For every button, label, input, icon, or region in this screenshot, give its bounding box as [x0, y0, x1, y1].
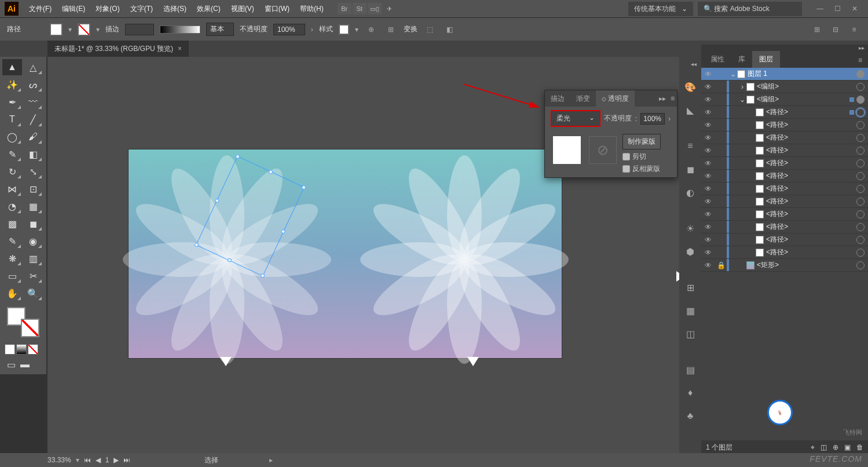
close-button[interactable]: ✕ — [846, 3, 863, 14]
target-icon[interactable] — [856, 108, 865, 116]
visibility-icon[interactable]: 👁 — [701, 236, 715, 244]
opacity-slider-icon[interactable]: › — [668, 115, 671, 123]
layer-row[interactable]: 👁 <路径> — [701, 234, 868, 246]
grid-icon[interactable]: ⊞ — [810, 23, 824, 37]
layer-row[interactable]: 👁 <路径> — [701, 195, 868, 208]
style-swatch[interactable] — [339, 24, 349, 35]
target-icon[interactable] — [856, 134, 865, 142]
target-icon[interactable] — [856, 70, 865, 78]
fill-swatch[interactable] — [50, 23, 63, 36]
make-clip-icon[interactable]: ◫ — [821, 443, 827, 451]
expand-icon[interactable]: ⌄ — [729, 70, 737, 78]
transform-panel-icon[interactable]: ▦ — [683, 303, 698, 318]
layer-row[interactable]: 👁 <路径> — [701, 208, 868, 221]
opacity-dropdown[interactable]: 100% — [273, 24, 305, 35]
layer-row[interactable]: 👁 🔒 <矩形> — [701, 259, 868, 272]
stock-search[interactable]: 🔍 搜索 Adobe Stock — [698, 2, 802, 16]
maximize-button[interactable]: ☐ — [829, 3, 846, 14]
target-icon[interactable] — [856, 147, 865, 155]
visibility-icon[interactable]: 👁 — [701, 198, 715, 206]
screen-mode-full[interactable]: ▬ — [19, 358, 31, 371]
mask-preview[interactable]: ⊘ — [589, 136, 617, 164]
target-icon[interactable] — [856, 198, 865, 206]
bridge-icon[interactable]: Br — [338, 3, 351, 14]
menu-view[interactable]: 视图(V) — [226, 2, 259, 16]
artboard-tool[interactable]: ▭ — [2, 268, 22, 284]
appearance-panel-icon[interactable]: ☀ — [683, 221, 698, 236]
blend-tool[interactable]: ◉ — [23, 233, 43, 249]
lock-icon[interactable]: 🔒 — [715, 261, 727, 269]
layer-row[interactable]: 👁 ⌄ 图层 1 — [701, 68, 868, 81]
profile-gradient[interactable] — [160, 25, 200, 34]
visibility-icon[interactable]: 👁 — [701, 83, 715, 91]
target-icon[interactable] — [856, 121, 865, 129]
panel-menu-icon[interactable]: ≡ — [855, 53, 866, 68]
align-panel-icon[interactable]: ⊞ — [683, 280, 698, 295]
gradient-tool[interactable]: ◼ — [23, 216, 43, 232]
visibility-icon[interactable]: 👁 — [701, 159, 715, 167]
menu-edit[interactable]: 编辑(E) — [57, 2, 90, 16]
menu-select[interactable]: 选择(S) — [159, 2, 191, 16]
target-icon[interactable] — [856, 185, 865, 193]
profile-dropdown[interactable]: 基本 — [206, 23, 234, 36]
width-tool[interactable]: ⋈ — [2, 181, 22, 197]
pen-tool[interactable]: ✒ — [2, 94, 22, 110]
visibility-icon[interactable]: 👁 — [701, 261, 715, 269]
visibility-icon[interactable]: 👁 — [701, 185, 715, 193]
nav-first-icon[interactable]: ⏮ — [84, 456, 91, 464]
layer-row[interactable]: 👁 ⌄ <编组> — [701, 93, 868, 106]
target-icon[interactable] — [856, 249, 865, 257]
color-mode-solid[interactable] — [5, 344, 15, 355]
opacity-input[interactable] — [640, 113, 665, 125]
curvature-tool[interactable]: 〰 — [23, 94, 43, 110]
graphic-styles-icon[interactable]: ⬢ — [683, 244, 698, 259]
visibility-icon[interactable]: 👁 — [701, 134, 715, 142]
target-icon[interactable] — [856, 223, 865, 231]
layer-row[interactable]: 👁 <路径> — [701, 132, 868, 144]
symbols-panel-icon[interactable]: ♦ — [683, 385, 698, 400]
locate-layer-icon[interactable]: ⌖ — [811, 443, 815, 451]
layer-row[interactable]: 👁 <路径> — [701, 246, 868, 259]
layer-row[interactable]: 👁 <路径> — [701, 183, 868, 195]
minimize-button[interactable]: — — [811, 3, 829, 14]
pref-icon[interactable]: ≡ — [847, 23, 861, 37]
status-arrow-icon[interactable]: ▸ — [269, 456, 273, 464]
hand-tool[interactable]: ✋ — [2, 285, 22, 301]
transform-label[interactable]: 变换 — [404, 24, 417, 34]
gradient-panel-icon[interactable]: ◼ — [683, 162, 698, 177]
layer-row[interactable]: 👁 <路径> — [701, 221, 868, 234]
layer-row[interactable]: 👁 <路径> — [701, 170, 868, 183]
visibility-icon[interactable]: 👁 — [701, 121, 715, 129]
free-transform-tool[interactable]: ⊡ — [23, 181, 43, 197]
layer-row[interactable]: 👁 › <编组> — [701, 81, 868, 93]
symbols2-panel-icon[interactable]: ♣ — [683, 408, 698, 424]
color-panel-icon[interactable]: 🎨 — [683, 79, 698, 94]
workspace-selector[interactable]: 传统基本功能 — [628, 2, 693, 16]
perspective-tool[interactable]: ▦ — [23, 198, 43, 214]
panel-collapse-icon[interactable]: ▸▸ — [657, 92, 668, 105]
tab-transparency[interactable]: ◇ 透明度 — [596, 90, 635, 107]
menu-file[interactable]: 文件(F) — [24, 2, 56, 16]
target-icon[interactable] — [856, 159, 865, 167]
magic-wand-tool[interactable]: ✨ — [2, 76, 22, 93]
delete-layer-icon[interactable]: 🗑 — [856, 443, 863, 451]
new-layer-icon[interactable]: ▣ — [844, 443, 851, 451]
nav-last-icon[interactable]: ⏭ — [123, 456, 130, 464]
zoom-level[interactable]: 33.33% — [47, 456, 71, 464]
layer-row[interactable]: 👁 <路径> — [701, 144, 868, 157]
symbol-sprayer-tool[interactable]: ❋ — [2, 250, 22, 267]
menu-help[interactable]: 帮助(H) — [295, 2, 328, 16]
new-sublayer-icon[interactable]: ⊕ — [833, 443, 838, 451]
visibility-icon[interactable]: 👁 — [701, 147, 715, 155]
color-mode-gradient[interactable] — [16, 344, 27, 355]
menu-type[interactable]: 文字(T) — [126, 2, 158, 16]
line-tool[interactable]: ╱ — [23, 111, 43, 127]
nav-next-icon[interactable]: ▶ — [113, 456, 119, 464]
menu-window[interactable]: 窗口(W) — [260, 2, 294, 16]
color-picker[interactable] — [5, 305, 42, 340]
recolor-icon[interactable]: ⊕ — [364, 23, 378, 37]
expand-icon[interactable]: ⌄ — [738, 96, 746, 104]
graph-tool[interactable]: ▥ — [23, 250, 43, 267]
visibility-icon[interactable]: 👁 — [701, 210, 715, 218]
transparency-panel-icon[interactable]: ◐ — [683, 185, 698, 200]
